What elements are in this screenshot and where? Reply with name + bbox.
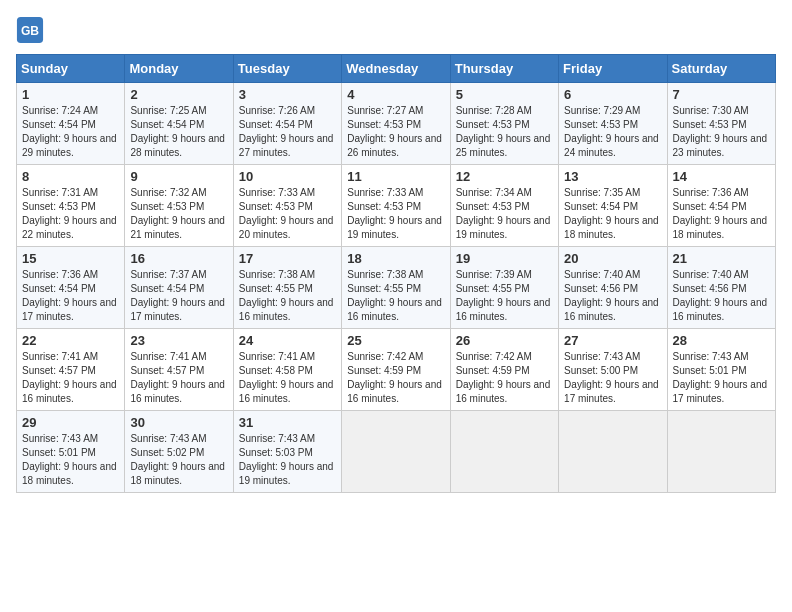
day-number: 7	[673, 87, 770, 102]
day-cell: 7 Sunrise: 7:30 AMSunset: 4:53 PMDayligh…	[667, 83, 775, 165]
week-row-1: 1 Sunrise: 7:24 AMSunset: 4:54 PMDayligh…	[17, 83, 776, 165]
header-tuesday: Tuesday	[233, 55, 341, 83]
day-detail: Sunrise: 7:33 AMSunset: 4:53 PMDaylight:…	[347, 187, 442, 240]
day-number: 22	[22, 333, 119, 348]
day-number: 6	[564, 87, 661, 102]
day-detail: Sunrise: 7:24 AMSunset: 4:54 PMDaylight:…	[22, 105, 117, 158]
day-number: 31	[239, 415, 336, 430]
day-detail: Sunrise: 7:41 AMSunset: 4:57 PMDaylight:…	[130, 351, 225, 404]
day-number: 18	[347, 251, 444, 266]
day-number: 17	[239, 251, 336, 266]
day-number: 5	[456, 87, 553, 102]
day-number: 30	[130, 415, 227, 430]
day-number: 20	[564, 251, 661, 266]
day-number: 21	[673, 251, 770, 266]
day-cell: 18 Sunrise: 7:38 AMSunset: 4:55 PMDaylig…	[342, 247, 450, 329]
week-row-3: 15 Sunrise: 7:36 AMSunset: 4:54 PMDaylig…	[17, 247, 776, 329]
day-detail: Sunrise: 7:42 AMSunset: 4:59 PMDaylight:…	[347, 351, 442, 404]
day-detail: Sunrise: 7:36 AMSunset: 4:54 PMDaylight:…	[673, 187, 768, 240]
day-cell: 11 Sunrise: 7:33 AMSunset: 4:53 PMDaylig…	[342, 165, 450, 247]
day-number: 16	[130, 251, 227, 266]
day-detail: Sunrise: 7:38 AMSunset: 4:55 PMDaylight:…	[347, 269, 442, 322]
day-detail: Sunrise: 7:28 AMSunset: 4:53 PMDaylight:…	[456, 105, 551, 158]
day-cell: 31 Sunrise: 7:43 AMSunset: 5:03 PMDaylig…	[233, 411, 341, 493]
day-cell	[342, 411, 450, 493]
day-detail: Sunrise: 7:37 AMSunset: 4:54 PMDaylight:…	[130, 269, 225, 322]
day-detail: Sunrise: 7:32 AMSunset: 4:53 PMDaylight:…	[130, 187, 225, 240]
day-number: 24	[239, 333, 336, 348]
day-number: 4	[347, 87, 444, 102]
day-cell: 28 Sunrise: 7:43 AMSunset: 5:01 PMDaylig…	[667, 329, 775, 411]
day-cell: 30 Sunrise: 7:43 AMSunset: 5:02 PMDaylig…	[125, 411, 233, 493]
day-detail: Sunrise: 7:34 AMSunset: 4:53 PMDaylight:…	[456, 187, 551, 240]
day-cell: 29 Sunrise: 7:43 AMSunset: 5:01 PMDaylig…	[17, 411, 125, 493]
day-number: 3	[239, 87, 336, 102]
day-detail: Sunrise: 7:25 AMSunset: 4:54 PMDaylight:…	[130, 105, 225, 158]
day-detail: Sunrise: 7:38 AMSunset: 4:55 PMDaylight:…	[239, 269, 334, 322]
day-cell	[450, 411, 558, 493]
day-detail: Sunrise: 7:42 AMSunset: 4:59 PMDaylight:…	[456, 351, 551, 404]
day-cell: 6 Sunrise: 7:29 AMSunset: 4:53 PMDayligh…	[559, 83, 667, 165]
day-detail: Sunrise: 7:27 AMSunset: 4:53 PMDaylight:…	[347, 105, 442, 158]
day-cell: 24 Sunrise: 7:41 AMSunset: 4:58 PMDaylig…	[233, 329, 341, 411]
day-number: 13	[564, 169, 661, 184]
week-row-5: 29 Sunrise: 7:43 AMSunset: 5:01 PMDaylig…	[17, 411, 776, 493]
calendar-table: SundayMondayTuesdayWednesdayThursdayFrid…	[16, 54, 776, 493]
day-number: 19	[456, 251, 553, 266]
day-detail: Sunrise: 7:43 AMSunset: 5:00 PMDaylight:…	[564, 351, 659, 404]
day-cell: 10 Sunrise: 7:33 AMSunset: 4:53 PMDaylig…	[233, 165, 341, 247]
day-number: 15	[22, 251, 119, 266]
day-cell: 3 Sunrise: 7:26 AMSunset: 4:54 PMDayligh…	[233, 83, 341, 165]
logo: GB	[16, 16, 46, 44]
day-cell: 20 Sunrise: 7:40 AMSunset: 4:56 PMDaylig…	[559, 247, 667, 329]
day-detail: Sunrise: 7:40 AMSunset: 4:56 PMDaylight:…	[564, 269, 659, 322]
day-cell: 27 Sunrise: 7:43 AMSunset: 5:00 PMDaylig…	[559, 329, 667, 411]
day-cell: 21 Sunrise: 7:40 AMSunset: 4:56 PMDaylig…	[667, 247, 775, 329]
day-detail: Sunrise: 7:43 AMSunset: 5:01 PMDaylight:…	[673, 351, 768, 404]
day-cell: 26 Sunrise: 7:42 AMSunset: 4:59 PMDaylig…	[450, 329, 558, 411]
day-number: 10	[239, 169, 336, 184]
header-sunday: Sunday	[17, 55, 125, 83]
day-detail: Sunrise: 7:35 AMSunset: 4:54 PMDaylight:…	[564, 187, 659, 240]
day-detail: Sunrise: 7:43 AMSunset: 5:01 PMDaylight:…	[22, 433, 117, 486]
day-cell: 17 Sunrise: 7:38 AMSunset: 4:55 PMDaylig…	[233, 247, 341, 329]
day-cell: 16 Sunrise: 7:37 AMSunset: 4:54 PMDaylig…	[125, 247, 233, 329]
day-cell: 19 Sunrise: 7:39 AMSunset: 4:55 PMDaylig…	[450, 247, 558, 329]
day-detail: Sunrise: 7:26 AMSunset: 4:54 PMDaylight:…	[239, 105, 334, 158]
day-cell: 5 Sunrise: 7:28 AMSunset: 4:53 PMDayligh…	[450, 83, 558, 165]
week-row-4: 22 Sunrise: 7:41 AMSunset: 4:57 PMDaylig…	[17, 329, 776, 411]
day-cell: 8 Sunrise: 7:31 AMSunset: 4:53 PMDayligh…	[17, 165, 125, 247]
day-number: 29	[22, 415, 119, 430]
day-detail: Sunrise: 7:43 AMSunset: 5:02 PMDaylight:…	[130, 433, 225, 486]
day-cell	[667, 411, 775, 493]
header-friday: Friday	[559, 55, 667, 83]
day-cell	[559, 411, 667, 493]
day-cell: 15 Sunrise: 7:36 AMSunset: 4:54 PMDaylig…	[17, 247, 125, 329]
day-detail: Sunrise: 7:36 AMSunset: 4:54 PMDaylight:…	[22, 269, 117, 322]
day-cell: 23 Sunrise: 7:41 AMSunset: 4:57 PMDaylig…	[125, 329, 233, 411]
day-number: 27	[564, 333, 661, 348]
day-cell: 25 Sunrise: 7:42 AMSunset: 4:59 PMDaylig…	[342, 329, 450, 411]
day-cell: 2 Sunrise: 7:25 AMSunset: 4:54 PMDayligh…	[125, 83, 233, 165]
day-number: 14	[673, 169, 770, 184]
day-detail: Sunrise: 7:31 AMSunset: 4:53 PMDaylight:…	[22, 187, 117, 240]
day-number: 11	[347, 169, 444, 184]
day-cell: 9 Sunrise: 7:32 AMSunset: 4:53 PMDayligh…	[125, 165, 233, 247]
header-monday: Monday	[125, 55, 233, 83]
day-number: 9	[130, 169, 227, 184]
day-number: 8	[22, 169, 119, 184]
day-number: 12	[456, 169, 553, 184]
logo-icon: GB	[16, 16, 44, 44]
day-number: 25	[347, 333, 444, 348]
day-detail: Sunrise: 7:33 AMSunset: 4:53 PMDaylight:…	[239, 187, 334, 240]
header-thursday: Thursday	[450, 55, 558, 83]
header-wednesday: Wednesday	[342, 55, 450, 83]
day-number: 23	[130, 333, 227, 348]
day-detail: Sunrise: 7:39 AMSunset: 4:55 PMDaylight:…	[456, 269, 551, 322]
day-cell: 1 Sunrise: 7:24 AMSunset: 4:54 PMDayligh…	[17, 83, 125, 165]
day-number: 26	[456, 333, 553, 348]
week-row-2: 8 Sunrise: 7:31 AMSunset: 4:53 PMDayligh…	[17, 165, 776, 247]
day-detail: Sunrise: 7:41 AMSunset: 4:58 PMDaylight:…	[239, 351, 334, 404]
day-cell: 22 Sunrise: 7:41 AMSunset: 4:57 PMDaylig…	[17, 329, 125, 411]
day-cell: 12 Sunrise: 7:34 AMSunset: 4:53 PMDaylig…	[450, 165, 558, 247]
